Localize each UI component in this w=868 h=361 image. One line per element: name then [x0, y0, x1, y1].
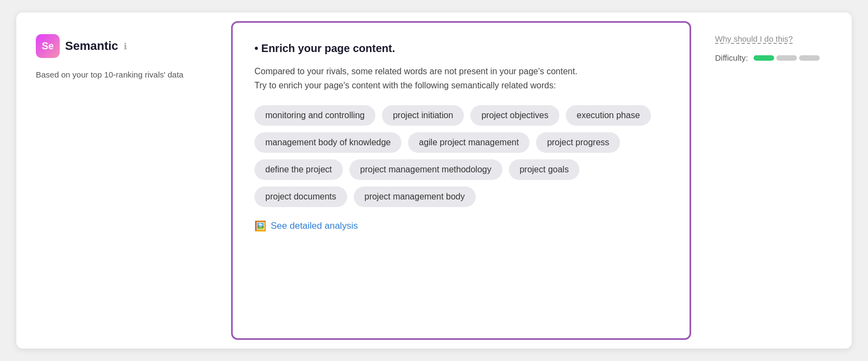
difficulty-segment-1 [776, 55, 797, 61]
logo-title: Semantic [65, 39, 118, 53]
tag-item: project management body [354, 186, 476, 207]
difficulty-label: Difficulty: [715, 53, 748, 62]
tag-item: project initiation [382, 105, 464, 126]
tag-item: project goals [509, 159, 580, 180]
tag-item: execution phase [566, 105, 651, 126]
document-icon: 🖼️ [254, 220, 266, 232]
see-analysis-link[interactable]: 🖼️ See detailed analysis [254, 220, 668, 232]
main-panel: Enrich your page content. Compared to yo… [231, 21, 691, 340]
tag-item: define the project [254, 159, 343, 180]
left-panel: Se Semantic ℹ Based on your top 10-ranki… [16, 12, 222, 349]
tag-item: monitoring and controlling [254, 105, 375, 126]
enrich-description: Compared to your rivals, some related wo… [254, 65, 668, 93]
tag-item: management body of knowledge [254, 132, 401, 153]
tag-item: agile project management [408, 132, 529, 153]
see-analysis-label: See detailed analysis [271, 221, 358, 231]
difficulty-segment-2 [799, 55, 820, 61]
main-card: Se Semantic ℹ Based on your top 10-ranki… [16, 12, 852, 349]
right-panel: Why should I do this? Difficulty: [700, 12, 852, 349]
difficulty-row: Difficulty: [715, 53, 837, 62]
tag-item: project documents [254, 186, 347, 207]
tags-container: monitoring and controllingproject initia… [254, 105, 668, 207]
tag-item: project objectives [470, 105, 559, 126]
difficulty-segment-0 [754, 55, 774, 61]
left-description: Based on your top 10-ranking rivals' dat… [36, 69, 203, 81]
why-link[interactable]: Why should I do this? [715, 34, 837, 43]
enrich-desc-line1: Compared to your rivals, some related wo… [254, 67, 577, 76]
logo-badge: Se [36, 34, 60, 58]
enrich-desc-line2: Try to enrich your page's content with t… [254, 81, 556, 90]
logo-row: Se Semantic ℹ [36, 34, 203, 58]
info-icon[interactable]: ℹ [124, 41, 127, 51]
enrich-title: Enrich your page content. [254, 42, 668, 55]
tag-item: project management methodology [349, 159, 502, 180]
tag-item: project progress [536, 132, 620, 153]
difficulty-bar [754, 55, 820, 61]
